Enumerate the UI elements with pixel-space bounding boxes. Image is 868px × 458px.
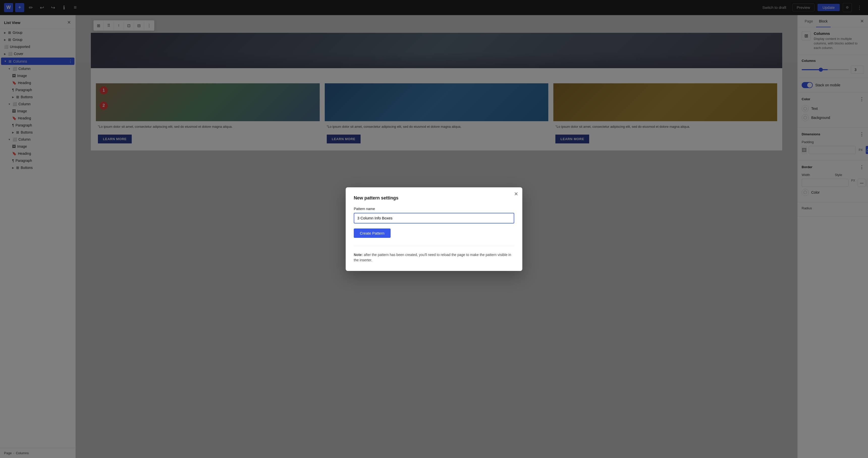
modal-note-text: after the pattern has been created, you'… [354, 253, 511, 262]
modal-note: Note: after the pattern has been created… [354, 246, 514, 263]
modal-overlay: New pattern settings ✕ Pattern name Crea… [0, 0, 868, 458]
new-pattern-settings-modal: New pattern settings ✕ Pattern name Crea… [346, 187, 522, 271]
create-pattern-button[interactable]: Create Pattern [354, 229, 391, 238]
modal-note-prefix: Note: [354, 253, 363, 257]
modal-close-button[interactable]: ✕ [514, 191, 518, 196]
modal-title: New pattern settings [354, 195, 514, 201]
pattern-name-label: Pattern name [354, 207, 514, 211]
pattern-name-input[interactable] [354, 213, 514, 224]
